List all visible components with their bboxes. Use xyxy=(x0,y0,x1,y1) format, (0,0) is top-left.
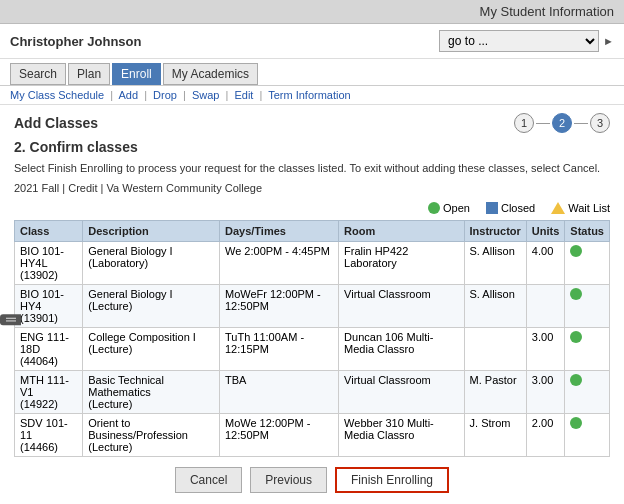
cell-units: 3.00 xyxy=(526,328,565,371)
status-open-icon xyxy=(570,331,582,343)
page-title: My Student Information xyxy=(480,4,614,19)
legend-open: Open xyxy=(428,202,470,214)
subnav-term-information[interactable]: Term Information xyxy=(268,89,351,101)
cell-units: 2.00 xyxy=(526,414,565,457)
status-open-icon xyxy=(570,417,582,429)
table-row: BIO 101-HY4 (13901)General Biology I (Le… xyxy=(15,285,610,328)
cell-room: Virtual Classroom xyxy=(339,285,464,328)
cell-instructor: M. Pastor xyxy=(464,371,526,414)
step-2: 2 xyxy=(552,113,572,133)
step-line-2 xyxy=(574,123,588,124)
col-class: Class xyxy=(15,221,83,242)
table-row: SDV 101-11 (14466)Orient to Business/Pro… xyxy=(15,414,610,457)
cell-units xyxy=(526,285,565,328)
subnav-drop[interactable]: Drop xyxy=(153,89,177,101)
cell-units: 3.00 xyxy=(526,371,565,414)
cell-days-times: TuTh 11:00AM - 12:15PM xyxy=(219,328,338,371)
subnav-swap[interactable]: Swap xyxy=(192,89,220,101)
cell-status xyxy=(565,285,610,328)
cell-class: ENG 111-18D (44064) xyxy=(15,328,83,371)
open-label: Open xyxy=(443,202,470,214)
side-tab[interactable]: || xyxy=(0,314,21,325)
cell-room: Webber 310 Multi-Media Classro xyxy=(339,414,464,457)
cell-instructor: S. Allison xyxy=(464,285,526,328)
subnav-my-class-schedule[interactable]: My Class Schedule xyxy=(10,89,104,101)
closed-label: Closed xyxy=(501,202,535,214)
cell-status xyxy=(565,328,610,371)
cell-room: Fralin HP422 Laboratory xyxy=(339,242,464,285)
open-icon xyxy=(428,202,440,214)
goto-button[interactable]: ► xyxy=(603,35,614,47)
table-row: MTH 111-V1 (14922)Basic Technical Mathem… xyxy=(15,371,610,414)
cell-status xyxy=(565,414,610,457)
closed-icon xyxy=(486,202,498,214)
semester-info: 2021 Fall | Credit | Va Western Communit… xyxy=(14,182,610,194)
tab-enroll[interactable]: Enroll xyxy=(112,63,161,85)
waitlist-icon xyxy=(551,202,565,214)
cell-description: Orient to Business/Profession (Lecture) xyxy=(83,414,220,457)
cell-room: Virtual Classroom xyxy=(339,371,464,414)
cell-class: BIO 101-HY4L (13902) xyxy=(15,242,83,285)
goto-select[interactable]: go to ... xyxy=(439,30,599,52)
table-row: ENG 111-18D (44064)College Composition I… xyxy=(15,328,610,371)
subnav-edit[interactable]: Edit xyxy=(234,89,253,101)
tab-my-academics[interactable]: My Academics xyxy=(163,63,258,85)
cell-instructor: S. Allison xyxy=(464,242,526,285)
cell-instructor: J. Strom xyxy=(464,414,526,457)
class-table: Class Description Days/Times Room Instru… xyxy=(14,220,610,457)
cell-description: General Biology I (Lecture) xyxy=(83,285,220,328)
table-row: BIO 101-HY4L (13902)General Biology I (L… xyxy=(15,242,610,285)
legend-waitlist: Wait List xyxy=(551,202,610,214)
cell-status xyxy=(565,242,610,285)
tab-search[interactable]: Search xyxy=(10,63,66,85)
cell-description: College Composition I (Lecture) xyxy=(83,328,220,371)
cell-instructor xyxy=(464,328,526,371)
finish-enrolling-button[interactable]: Finish Enrolling xyxy=(335,467,449,493)
status-open-icon xyxy=(570,245,582,257)
step-indicator: 1 2 3 xyxy=(514,113,610,133)
step-1: 1 xyxy=(514,113,534,133)
cell-description: General Biology I (Laboratory) xyxy=(83,242,220,285)
cell-room: Duncan 106 Multi-Media Classro xyxy=(339,328,464,371)
cell-status xyxy=(565,371,610,414)
legend-closed: Closed xyxy=(486,202,535,214)
student-name: Christopher Johnson xyxy=(10,34,439,49)
col-room: Room xyxy=(339,221,464,242)
cell-days-times: MoWe 12:00PM - 12:50PM xyxy=(219,414,338,457)
cell-days-times: We 2:00PM - 4:45PM xyxy=(219,242,338,285)
cell-class: SDV 101-11 (14466) xyxy=(15,414,83,457)
step-3: 3 xyxy=(590,113,610,133)
legend: Open Closed Wait List xyxy=(14,202,610,214)
confirm-heading: 2. Confirm classes xyxy=(14,139,610,155)
subnav-add[interactable]: Add xyxy=(119,89,139,101)
cell-class: MTH 111-V1 (14922) xyxy=(15,371,83,414)
cell-description: Basic Technical Mathematics (Lecture) xyxy=(83,371,220,414)
cancel-button[interactable]: Cancel xyxy=(175,467,242,493)
step-line-1 xyxy=(536,123,550,124)
previous-button[interactable]: Previous xyxy=(250,467,327,493)
add-classes-title: Add Classes xyxy=(14,115,98,131)
cell-units: 4.00 xyxy=(526,242,565,285)
cell-class: BIO 101-HY4 (13901) xyxy=(15,285,83,328)
col-description: Description xyxy=(83,221,220,242)
waitlist-label: Wait List xyxy=(568,202,610,214)
col-units: Units xyxy=(526,221,565,242)
confirm-description: Select Finish Enrolling to process your … xyxy=(14,161,610,176)
tab-plan[interactable]: Plan xyxy=(68,63,110,85)
col-instructor: Instructor xyxy=(464,221,526,242)
cell-days-times: MoWeFr 12:00PM - 12:50PM xyxy=(219,285,338,328)
status-open-icon xyxy=(570,288,582,300)
col-days-times: Days/Times xyxy=(219,221,338,242)
col-status: Status xyxy=(565,221,610,242)
status-open-icon xyxy=(570,374,582,386)
cell-days-times: TBA xyxy=(219,371,338,414)
